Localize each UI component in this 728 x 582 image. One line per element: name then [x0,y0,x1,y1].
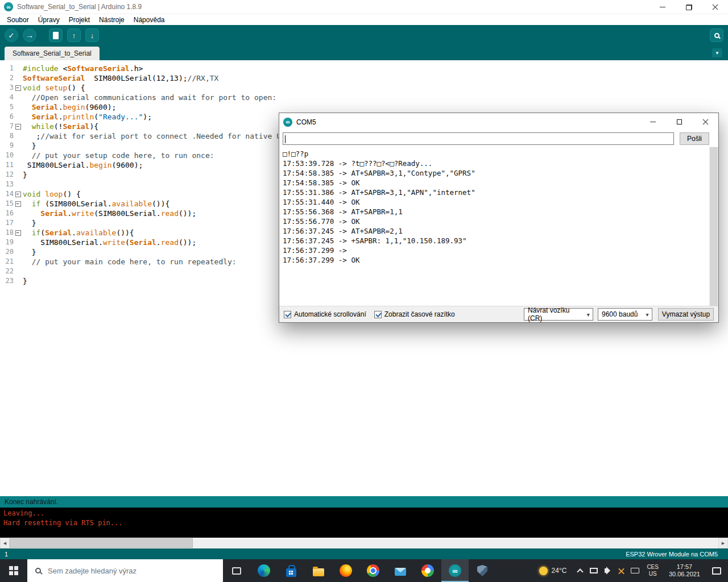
taskbar-app-store[interactable] [278,559,305,582]
code-text: SIM800LSerial.begin(9600); [22,160,143,170]
autoscroll-checkbox[interactable] [284,311,291,318]
taskbar-app-firefox[interactable] [332,559,359,582]
line-number: 4 [0,93,14,102]
taskbar-app-defender[interactable] [469,559,496,582]
serial-monitor-button[interactable] [710,28,723,42]
search-input[interactable] [48,567,207,575]
weather-widget[interactable]: 24°C [532,559,574,582]
minimize-button[interactable] [650,0,676,14]
fold-marker-icon[interactable] [14,228,22,238]
line-number: 2 [0,73,14,83]
taskbar-app-edge[interactable] [250,559,278,582]
taskbar-clock[interactable]: 17:57 30.06.2021 [664,563,705,578]
network-tray-item[interactable] [587,559,601,582]
serial-close-button[interactable] [692,113,718,131]
chevron-down-icon [584,310,593,318]
close-button[interactable] [702,0,728,14]
action-center-button[interactable] [705,559,728,582]
verify-button[interactable] [5,28,18,42]
serial-monitor-footer: Automatické scrollování Zobrazit časové … [279,306,718,322]
mail-icon [395,568,406,576]
line-number: 17 [0,218,14,228]
taskbar-app-chrome[interactable] [359,559,387,582]
fold-slot [14,131,22,141]
menu-item[interactable]: Úpravy [34,14,64,25]
status-message: Konec nahrávání. [5,498,58,506]
serial-output-area[interactable]: □!□??p17:53:39.728 -> ?t□???□?<□?Ready..… [279,147,709,306]
clear-output-button[interactable]: Vymazat výstup [658,308,714,321]
serial-maximize-button[interactable] [666,113,692,131]
upload-button[interactable] [23,28,36,42]
new-sketch-button[interactable] [49,28,63,42]
usb-tray-item[interactable] [614,559,628,582]
open-button[interactable] [67,28,81,42]
timestamp-checkbox[interactable] [374,311,382,318]
code-line: 1#include <SoftwareSerial.h> [0,64,728,73]
scroll-left-arrow-icon[interactable] [0,538,10,548]
line-number: 16 [0,209,14,218]
restore-icon [686,5,692,10]
start-button[interactable] [0,559,27,582]
line-ending-select[interactable]: Návrat vozíku (CR) [524,308,593,321]
task-view-button[interactable] [223,559,250,582]
line-number: 10 [0,151,14,160]
serial-output-line: 17:56:37.245 -> AT+SAPBR=2,1 [283,226,709,236]
horizontal-scrollbar[interactable] [0,538,728,548]
menu-item[interactable]: Projekt [64,14,94,25]
menu-item[interactable]: Nápověda [129,14,169,25]
firefox-icon [340,564,352,577]
restore-button[interactable] [676,0,702,14]
serial-vertical-scrollbar[interactable] [709,147,718,306]
send-button[interactable]: Pošli [680,132,709,145]
board-port-info: ESP32 Wrover Module na COM5 [626,551,718,558]
taskbar-app-explorer[interactable] [305,559,332,582]
keyboard-tray-item[interactable] [628,559,642,582]
code-text: // put your main code here, to run repea… [22,257,237,267]
defender-icon [477,565,487,576]
toolbar [0,25,728,45]
chevron-up-icon [577,568,584,575]
title-bar: Software_Serial_to_Serial | Arduino 1.8.… [0,0,728,14]
serial-monitor-window: COM5 Pošli □!□??p17:53:39.728 -> ?t□???□… [279,113,719,323]
baud-rate-select[interactable]: 9600 baudů [598,308,652,321]
tab-sketch[interactable]: Software_Serial_to_Serial [5,47,100,60]
code-text: } [22,141,36,151]
code-text [22,180,23,189]
console-message: Leaving... [3,509,725,518]
fold-marker-icon[interactable] [14,122,22,131]
build-console[interactable]: Leaving...Hard resetting via RTS pin... [0,508,728,538]
line-number: 18 [0,228,14,238]
line-number: 13 [0,180,14,189]
code-line: 3void setup() { [0,83,728,93]
temperature: 24°C [552,567,567,575]
fold-slot [14,247,22,257]
fold-slot [14,170,22,180]
serial-input[interactable] [285,134,673,144]
taskbar-search[interactable] [27,559,223,582]
show-hidden-icons-button[interactable] [573,559,587,582]
fold-slot [14,64,22,73]
volume-tray-item[interactable] [601,559,614,582]
status-bar: Konec nahrávání. [0,496,728,508]
fold-marker-icon[interactable] [14,189,22,199]
code-text: Serial.write(SIM800LSerial.read()); [22,209,196,218]
line-number: 5 [0,102,14,112]
menu-item[interactable]: Soubor [2,14,34,25]
notification-icon [712,567,721,575]
fold-marker-icon[interactable] [14,199,22,209]
tab-list-button[interactable] [712,48,722,57]
taskbar-app-mail[interactable] [387,559,414,582]
touch-keyboard-icon [631,568,639,573]
language-indicator[interactable]: CES US [642,564,664,577]
scrollbar-thumb[interactable] [10,538,193,548]
serial-minimize-button[interactable] [640,113,666,131]
scrollbar-thumb[interactable] [710,147,718,306]
language-line2: US [647,571,659,577]
menu-item[interactable]: Nástroje [94,14,129,25]
taskbar-app-browser[interactable] [414,559,441,582]
fold-marker-icon[interactable] [14,83,22,93]
save-button[interactable] [85,28,99,42]
serial-input-field[interactable] [283,132,674,145]
scroll-right-arrow-icon[interactable] [718,538,728,548]
taskbar-app-arduino[interactable] [441,559,469,582]
